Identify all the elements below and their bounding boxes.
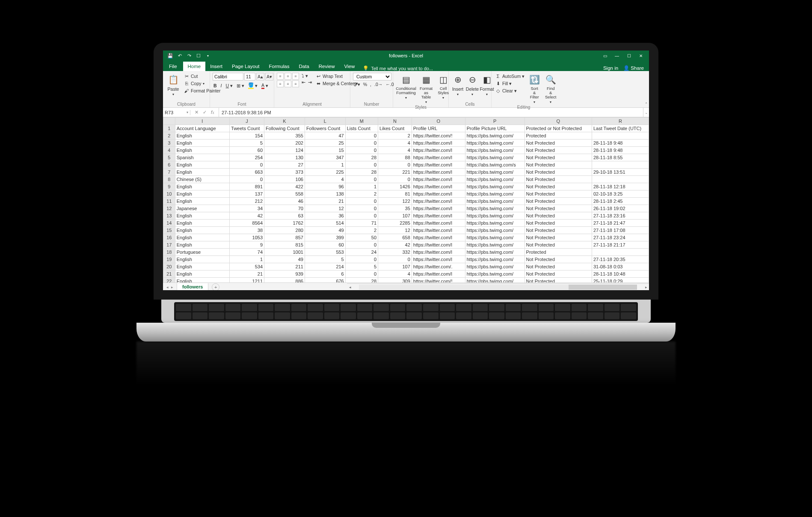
cell[interactable]: 60 — [305, 241, 345, 249]
cell[interactable]: 0 — [345, 256, 378, 263]
cell[interactable]: Last Tweet Date (UTC) — [592, 125, 649, 132]
decrease-indent-button[interactable]: ⇤ — [301, 79, 306, 85]
cell[interactable]: 28-11-18 9:48 — [592, 147, 649, 154]
cell[interactable]: 211 — [264, 263, 305, 270]
cell[interactable]: Not Protected — [525, 169, 592, 176]
maximize-icon[interactable]: ☐ — [625, 53, 633, 59]
scroll-left-icon[interactable]: ◂ — [347, 285, 353, 289]
cell[interactable]: 28-11-18 12:18 — [592, 183, 649, 190]
cell[interactable]: 1 — [230, 256, 264, 263]
cell[interactable]: 5 — [345, 263, 378, 270]
cell[interactable]: 26-11-18 19:02 — [592, 205, 649, 212]
horizontal-scrollbar[interactable]: ◂ ▸ — [347, 283, 649, 290]
cell[interactable]: Not Protected — [525, 190, 592, 198]
cell[interactable]: Not Protected — [525, 183, 592, 190]
name-box[interactable]: R73▾ — [163, 110, 190, 115]
cell[interactable] — [592, 249, 649, 256]
align-bottom-left[interactable]: ≡ — [277, 80, 284, 87]
conditional-formatting-button[interactable]: ▤Conditional Formatting▾ — [396, 73, 416, 101]
qat-dropdown-icon[interactable]: ▾ — [205, 53, 211, 59]
cell[interactable]: 12 — [378, 227, 412, 234]
cell[interactable]: 42 — [378, 241, 412, 249]
cell[interactable]: 88 — [378, 154, 412, 161]
cell[interactable]: 124 — [264, 147, 305, 154]
tab-page-layout[interactable]: Page Layout — [227, 62, 264, 71]
cell[interactable]: 50 — [345, 234, 378, 241]
cell[interactable]: 106 — [264, 176, 305, 183]
cell[interactable]: Protected — [525, 249, 592, 256]
cell[interactable]: 399 — [305, 234, 345, 241]
cell[interactable]: 0 — [345, 198, 378, 205]
row-header[interactable]: 2 — [163, 132, 175, 140]
cell[interactable]: Portuguese — [175, 249, 229, 256]
cell[interactable]: 886 — [264, 278, 305, 283]
cell[interactable]: 9 — [230, 241, 264, 249]
cell[interactable]: 0 — [345, 140, 378, 147]
cell[interactable]: Not Protected — [525, 256, 592, 263]
row-header[interactable]: 15 — [163, 227, 175, 234]
cell[interactable]: Account Language — [175, 125, 229, 132]
cell[interactable]: 74 — [230, 249, 264, 256]
tab-insert[interactable]: Insert — [205, 62, 227, 71]
cell[interactable]: https://pbs.twimg.com/ — [465, 227, 525, 234]
cell[interactable]: 347 — [305, 154, 345, 161]
cell[interactable]: https://pbs.twimg.com/ — [465, 154, 525, 161]
cell[interactable]: 225 — [305, 169, 345, 176]
row-header[interactable]: 6 — [163, 161, 175, 169]
redo-icon[interactable]: ↷ — [186, 53, 192, 59]
row-header[interactable]: 16 — [163, 234, 175, 241]
cell[interactable]: 553 — [305, 249, 345, 256]
cell[interactable]: Not Protected — [525, 205, 592, 212]
cell[interactable]: 857 — [264, 234, 305, 241]
cell[interactable]: 24 — [345, 249, 378, 256]
column-header[interactable]: I — [175, 118, 229, 125]
cell[interactable]: 514 — [305, 220, 345, 227]
cell[interactable]: 27-11-18 21:17 — [592, 241, 649, 249]
cell[interactable]: https://twitter.com/l — [412, 176, 465, 183]
touch-mode-icon[interactable]: ☐ — [196, 53, 202, 59]
cell[interactable]: 36 — [305, 212, 345, 220]
cell[interactable]: Not Protected — [525, 263, 592, 270]
cell[interactable]: 1762 — [264, 220, 305, 227]
cell[interactable]: 0 — [345, 241, 378, 249]
cell[interactable]: https://pbs.twimg.com/ — [465, 241, 525, 249]
find-select-button[interactable]: 🔍Find & Select▾ — [543, 73, 558, 105]
cell[interactable]: 2285 — [378, 220, 412, 227]
cell[interactable]: 2 — [378, 132, 412, 140]
cell[interactable]: 38 — [230, 227, 264, 234]
cell[interactable]: 534 — [230, 263, 264, 270]
cell[interactable]: https://pbs.twimg.com/ — [465, 212, 525, 220]
autosum-button[interactable]: ΣAutoSum ▾ — [494, 73, 525, 80]
cell[interactable]: English — [175, 241, 229, 249]
cell[interactable]: 70 — [264, 205, 305, 212]
cell[interactable]: https://pbs.twimg.com/ — [465, 147, 525, 154]
cell[interactable]: 27-11-18 23:16 — [592, 212, 649, 220]
cell[interactable]: https://pbs.twimg.com/ — [465, 183, 525, 190]
accounting-button[interactable]: $ ▾ — [353, 81, 361, 87]
cell[interactable]: Not Protected — [525, 220, 592, 227]
fx-icon[interactable]: f𝑥 — [211, 110, 214, 115]
cell[interactable]: https://twitter.com/l — [412, 270, 465, 278]
formula-input[interactable]: 27-11-2018 9:38:16 PM — [219, 110, 643, 115]
cell[interactable]: 47 — [305, 132, 345, 140]
cell[interactable]: 815 — [264, 241, 305, 249]
cell[interactable]: English — [175, 198, 229, 205]
cell[interactable]: 71 — [345, 220, 378, 227]
cell[interactable]: English — [175, 190, 229, 198]
cell[interactable]: https://pbs.twimg.com/ — [465, 190, 525, 198]
cell[interactable]: 373 — [264, 169, 305, 176]
cell[interactable]: 27-11-18 21:47 — [592, 220, 649, 227]
font-size-input[interactable] — [244, 73, 255, 80]
cell[interactable]: 46 — [264, 198, 305, 205]
format-as-table-button[interactable]: ▦Format as Table▾ — [418, 73, 434, 105]
cell[interactable]: 1001 — [264, 249, 305, 256]
cell[interactable]: 0 — [378, 256, 412, 263]
select-all-button[interactable] — [163, 118, 175, 125]
cell[interactable]: English — [175, 147, 229, 154]
row-header[interactable]: 4 — [163, 147, 175, 154]
cell[interactable]: 2 — [345, 190, 378, 198]
row-header[interactable]: 22 — [163, 278, 175, 283]
column-header[interactable]: P — [465, 118, 525, 125]
row-header[interactable]: 8 — [163, 176, 175, 183]
cell[interactable]: 0 — [345, 212, 378, 220]
